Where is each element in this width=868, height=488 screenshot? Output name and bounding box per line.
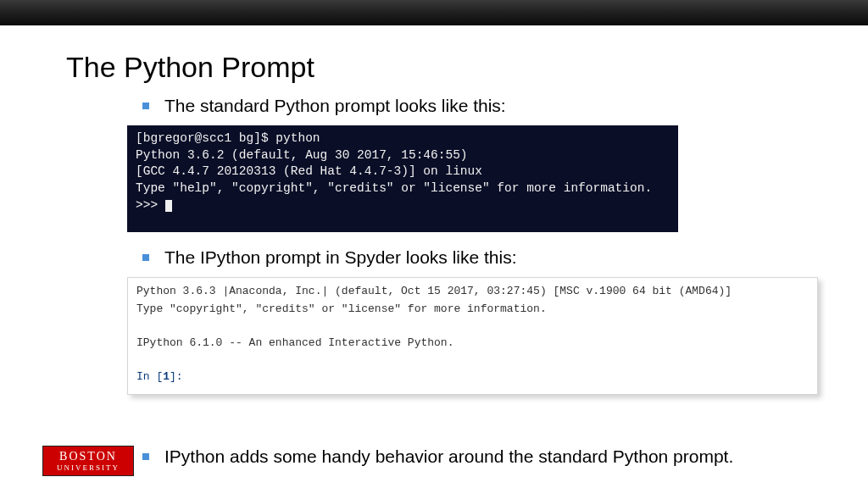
ipython-in-number: 1	[163, 370, 170, 383]
ipython-in-label: In [	[136, 370, 163, 383]
term1-line3: [GCC 4.4.7 20120313 (Red Hat 4.4.7-3)] o…	[136, 164, 482, 178]
term1-line2: Python 3.6.2 (default, Aug 30 2017, 15:4…	[136, 148, 468, 162]
boston-university-logo: BOSTON UNIVERSITY	[42, 446, 134, 476]
bullet-text-3: IPython adds some handy behavior around …	[164, 445, 733, 468]
term2-line4: IPython 6.1.0 -- An enhanced Interactive…	[136, 336, 453, 349]
terminal-ipython-prompt: Python 3.6.3 |Anaconda, Inc.| (default, …	[127, 277, 818, 395]
term2-line2: Type "copyright", "credits" or "license"…	[136, 302, 547, 315]
ipython-in-close: ]:	[170, 370, 183, 383]
term1-line1: [bgregor@scc1 bg]$ python	[136, 131, 320, 145]
bullet-icon	[142, 254, 149, 261]
slide-title: The Python Prompt	[66, 51, 868, 84]
term1-line4: Type "help", "copyright", "credits" or "…	[136, 181, 652, 195]
slide-content: The Python Prompt The standard Python pr…	[0, 25, 868, 395]
bullet-text-2: The IPython prompt in Spyder looks like …	[164, 246, 517, 269]
bullet-icon	[142, 453, 149, 460]
term1-line5: >>>	[136, 198, 165, 212]
logo-line2: UNIVERSITY	[57, 464, 120, 472]
bullet-item-2: The IPython prompt in Spyder looks like …	[142, 246, 868, 269]
terminal-python-prompt: [bgregor@scc1 bg]$ python Python 3.6.2 (…	[127, 125, 678, 232]
bullet-text-1: The standard Python prompt looks like th…	[164, 94, 506, 117]
cursor-icon	[165, 200, 172, 212]
bullet-item-1: The standard Python prompt looks like th…	[142, 94, 868, 117]
term2-line1: Python 3.6.3 |Anaconda, Inc.| (default, …	[136, 285, 732, 297]
bullet-icon	[142, 103, 149, 109]
logo-line1: BOSTON	[59, 451, 117, 463]
bullet-item-3: IPython adds some handy behavior around …	[142, 445, 733, 468]
slide-top-bar	[0, 0, 868, 25]
